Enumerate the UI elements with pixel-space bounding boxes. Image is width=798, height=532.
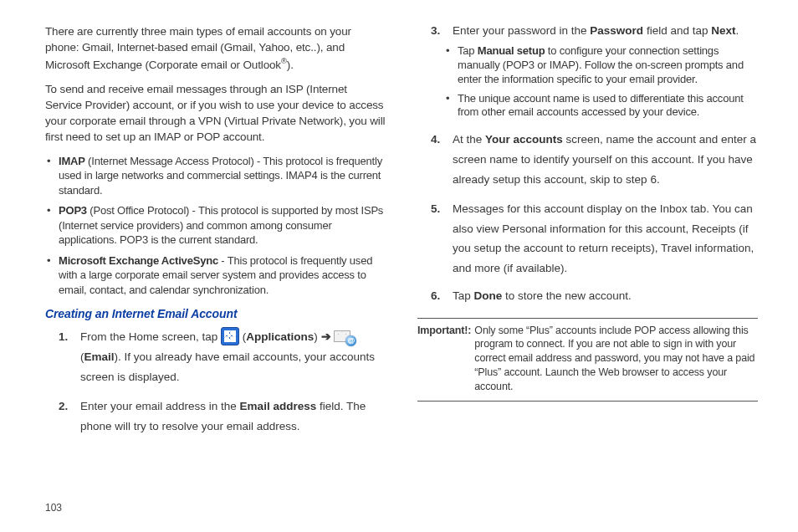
bold: Manual setup: [478, 44, 545, 57]
step-2: Enter your email address in the Email ad…: [64, 396, 386, 436]
screen-name: Your accounts: [485, 133, 563, 146]
applications-label: Applications: [246, 330, 314, 343]
intro-paragraph-2: To send and receive email messages throu…: [45, 81, 386, 146]
sub-bullet: Tap Manual setup to configure your conne…: [449, 44, 758, 87]
left-column: There are currently three main types of …: [45, 23, 386, 515]
text: to store the new account.: [502, 289, 632, 302]
bullet-text: (Internet Message Access Protocol) - Thi…: [59, 155, 382, 197]
email-label: Email: [84, 350, 115, 363]
important-label: Important!:: [417, 324, 471, 394]
bullet-activesync: Microsoft Exchange ActiveSync - This pro…: [50, 253, 386, 298]
step-1: From the Home screen, tap (Applications)…: [64, 327, 386, 386]
steps-left: From the Home screen, tap (Applications)…: [45, 327, 386, 436]
bullet-text: (Post Office Protocol) - This protocol i…: [59, 204, 383, 246]
arrow-icon: ➔: [318, 330, 335, 343]
text: field and tap: [643, 24, 711, 37]
field-name: Password: [590, 24, 643, 37]
right-column: Enter your password in the Password fiel…: [417, 23, 758, 515]
email-icon: @: [334, 329, 356, 345]
applications-icon: [221, 327, 239, 345]
step-5: Messages for this account display on the…: [436, 199, 758, 279]
important-body: Only some “Plus” accounts include POP ac…: [474, 324, 758, 394]
button-name: Done: [474, 289, 503, 302]
text: .: [735, 24, 739, 37]
bullet-pop3: POP3 (Post Office Protocol) - This proto…: [50, 203, 386, 248]
step-4: At the Your accounts screen, name the ac…: [436, 130, 758, 189]
bullet-imap: IMAP (Internet Message Access Protocol) …: [50, 154, 386, 198]
bullet-bold: Microsoft Exchange ActiveSync: [59, 254, 218, 267]
text: At the: [453, 133, 485, 146]
registered-mark: ®: [281, 56, 287, 65]
field-name: Email address: [240, 400, 317, 412]
page-number: 103: [45, 502, 62, 514]
step-6: Tap Done to store the new account.: [436, 289, 758, 304]
button-name: Next: [711, 24, 735, 37]
bullet-bold: POP3: [59, 204, 87, 217]
section-subhead: Creating an Internet Email Account: [45, 306, 386, 323]
step-3: Enter your password in the Password fiel…: [436, 23, 758, 120]
text: From the Home screen, tap: [80, 330, 221, 343]
steps-right: Enter your password in the Password fiel…: [417, 23, 758, 304]
text: The unique account name is used to diffe…: [458, 92, 744, 119]
important-note: Important!: Only some “Plus” accounts in…: [417, 318, 758, 402]
bullet-bold: IMAP: [59, 155, 85, 167]
sub-bullet: The unique account name is used to diffe…: [449, 92, 758, 120]
step-3-subbullets: Tap Manual setup to configure your conne…: [444, 44, 758, 120]
text: Tap: [453, 289, 474, 302]
text: ). If you already have email accounts, y…: [80, 350, 375, 383]
text: Tap: [458, 44, 478, 57]
text: Enter your password in the: [453, 24, 590, 37]
protocol-bullet-list: IMAP (Internet Message Access Protocol) …: [45, 154, 386, 298]
text: Enter your email address in the: [80, 400, 240, 412]
intro-paragraph-1: There are currently three main types of …: [45, 23, 386, 73]
text: There are currently three main types of …: [45, 25, 351, 71]
text: ).: [287, 59, 294, 71]
